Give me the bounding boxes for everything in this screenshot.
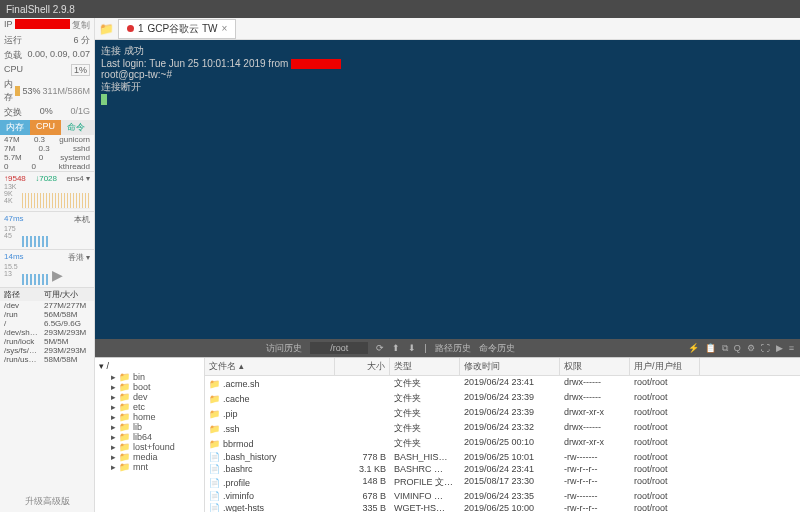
term-prompt: root@gcp-tw:~# (101, 69, 794, 80)
tab-bar: 📁 1 GCP谷歌云 TW × (95, 18, 800, 40)
ping2-chart: ▶ (22, 263, 90, 285)
file-row[interactable]: 📄 .wget-hsts335 BWGET-HS…2019/06/25 10:0… (205, 502, 800, 512)
expand-icon[interactable]: ⛶ (761, 343, 770, 354)
ping1-val: 47ms (4, 214, 24, 225)
current-path[interactable]: /root (310, 342, 368, 354)
file-row[interactable]: 📄 .bashrc3.1 KBBASHRC …2019/06/24 23:41-… (205, 463, 800, 475)
tab-cpu[interactable]: CPU (30, 120, 61, 135)
tab-title: GCP谷歌云 TW (148, 22, 218, 36)
redacted-ip (291, 59, 341, 69)
upgrade-link[interactable]: 升级高级版 (0, 491, 94, 512)
mem-bar (15, 86, 20, 96)
path-row[interactable]: /run56M/58M (0, 310, 94, 319)
cmd-history[interactable]: 命令历史 (479, 342, 515, 355)
tree-item[interactable]: ▸📁dev (97, 392, 202, 402)
file-row[interactable]: 📁 .pip文件夹2019/06/24 23:39drwxr-xr-xroot/… (205, 406, 800, 421)
status-dot-icon (127, 25, 134, 32)
col-size[interactable]: 大小 (335, 358, 390, 375)
net-chart (22, 183, 90, 209)
mem-label: 内存 (4, 78, 13, 104)
proc-row: 7M0.3sshd (0, 144, 94, 153)
tree-item[interactable]: ▸📁media (97, 452, 202, 462)
term-line: Last login: Tue Jun 25 10:01:14 2019 fro… (101, 58, 794, 69)
net-up: ↑9548 (4, 174, 26, 183)
file-row[interactable]: 📁 bbrmod文件夹2019/06/25 00:10drwxr-xr-xroo… (205, 436, 800, 451)
tree-item[interactable]: ▸📁lost+found (97, 442, 202, 452)
visit-history[interactable]: 访问历史 (266, 342, 302, 355)
close-icon[interactable]: × (222, 23, 228, 34)
paths-hdr-size: 可用/大小 (44, 289, 78, 300)
col-owner[interactable]: 用户/用户组 (630, 358, 700, 375)
file-row[interactable]: 📄 .bash_history778 BBASH_HIS…2019/06/25 … (205, 451, 800, 463)
copy-button[interactable]: 复制 (72, 19, 90, 32)
tree-item[interactable]: ▸📁lib64 (97, 432, 202, 442)
tab-number: 1 (138, 23, 144, 34)
file-list: 文件名 ▴ 大小 类型 修改时间 权限 用户/用户组 📁 .acme.sh文件夹… (205, 358, 800, 512)
play-icon[interactable]: ▶ (52, 267, 63, 283)
file-row[interactable]: 📄 .profile148 BPROFILE 文…2015/08/17 23:3… (205, 475, 800, 490)
file-row[interactable]: 📄 .viminfo678 BVIMINFO …2019/06/24 23:35… (205, 490, 800, 502)
net-down: ↓7028 (35, 174, 57, 183)
tree-item[interactable]: ▸📁mnt (97, 462, 202, 472)
menu-icon[interactable]: ≡ (789, 343, 794, 354)
clipboard-icon[interactable]: 📋 (705, 343, 716, 354)
file-row[interactable]: 📁 .cache文件夹2019/06/24 23:39drwx------roo… (205, 391, 800, 406)
tree-item[interactable]: ▸📁boot (97, 382, 202, 392)
path-row[interactable]: /6.5G/9.6G (0, 319, 94, 328)
refresh-icon[interactable]: ⟳ (376, 343, 384, 353)
titlebar: FinalShell 2.9.8 (0, 0, 800, 18)
process-list: 47M0.3gunicorn7M0.3sshd5.7M0systemd00kth… (0, 135, 94, 171)
col-type[interactable]: 类型 (390, 358, 460, 375)
path-row[interactable]: /run/us…58M/58M (0, 355, 94, 364)
ip-label: IP (4, 19, 13, 32)
tree-item[interactable]: ▸📁home (97, 412, 202, 422)
path-row[interactable]: /run/lock5M/5M (0, 337, 94, 346)
folder-icon[interactable]: 📁 (99, 22, 114, 36)
tab-cmd[interactable]: 命令 (61, 120, 91, 135)
path-table: 路径可用/大小 /dev277M/277M/run56M/58M/6.5G/9.… (0, 287, 94, 364)
path-row[interactable]: /dev/sh…293M/293M (0, 328, 94, 337)
swap-val: 0/1G (70, 106, 90, 119)
swap-pct: 0% (40, 106, 53, 119)
gear-icon[interactable]: ⚙ (747, 343, 755, 354)
net-if-select[interactable]: ens4 ▾ (66, 174, 90, 183)
file-row[interactable]: 📁 .acme.sh文件夹2019/06/24 23:41drwx------r… (205, 376, 800, 391)
path-row[interactable]: /dev277M/277M (0, 301, 94, 310)
path-row[interactable]: /sys/fs/…293M/293M (0, 346, 94, 355)
mem-pct: 53% (22, 86, 40, 96)
tree-item[interactable]: ▸📁lib (97, 422, 202, 432)
col-date[interactable]: 修改时间 (460, 358, 560, 375)
tab-mem[interactable]: 内存 (0, 120, 30, 135)
ping1-chart (22, 225, 90, 247)
run-icon[interactable]: ▶ (776, 343, 783, 354)
file-list-header[interactable]: 文件名 ▴ 大小 类型 修改时间 权限 用户/用户组 (205, 358, 800, 376)
file-row[interactable]: 📁 .ssh文件夹2019/06/24 23:32drwx------root/… (205, 421, 800, 436)
session-tab[interactable]: 1 GCP谷歌云 TW × (118, 19, 236, 39)
proc-row: 47M0.3gunicorn (0, 135, 94, 144)
app-title: FinalShell 2.9.8 (6, 4, 75, 15)
ping2-val: 14ms (4, 252, 24, 263)
ping2-loc-select[interactable]: 香港 ▾ (68, 252, 90, 263)
download-icon[interactable]: ⬇ (408, 343, 416, 353)
upload-icon[interactable]: ⬆ (392, 343, 400, 353)
col-name[interactable]: 文件名 ▴ (205, 358, 335, 375)
proc-row: 5.7M0systemd (0, 153, 94, 162)
ping1-loc: 本机 (74, 214, 90, 225)
tree-root[interactable]: ▾ / (97, 360, 202, 372)
term-line: 连接 成功 (101, 44, 794, 58)
bolt-icon[interactable]: ⚡ (688, 343, 699, 354)
bottom-toolbar: 访问历史 /root ⟳ ⬆ ⬇ | 路径历史 命令历史 ⚡ 📋 ⧉ Q ⚙ ⛶… (95, 339, 800, 357)
swap-label: 交换 (4, 106, 22, 119)
copy-icon[interactable]: ⧉ (722, 343, 728, 354)
folder-tree[interactable]: ▾ / ▸📁bin▸📁boot▸📁dev▸📁etc▸📁home▸📁lib▸📁li… (95, 358, 205, 512)
uptime-label: 运行 (4, 34, 22, 47)
terminal[interactable]: 连接 成功 Last login: Tue Jun 25 10:01:14 20… (95, 40, 800, 339)
load-label: 负载 (4, 49, 22, 62)
tree-item[interactable]: ▸📁etc (97, 402, 202, 412)
path-history[interactable]: 路径历史 (435, 342, 471, 355)
cpu-label: CPU (4, 64, 23, 76)
tree-item[interactable]: ▸📁bin (97, 372, 202, 382)
search-icon[interactable]: Q (734, 343, 741, 354)
uptime-value: 6 分 (73, 34, 90, 47)
col-perm[interactable]: 权限 (560, 358, 630, 375)
